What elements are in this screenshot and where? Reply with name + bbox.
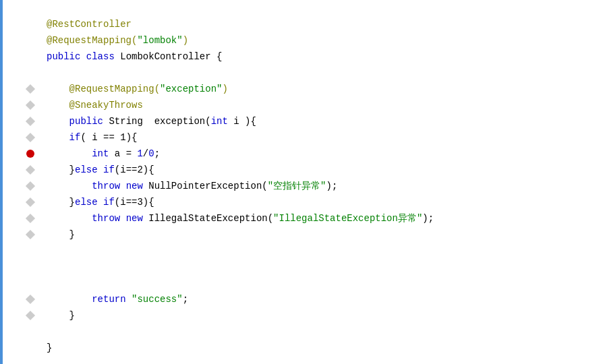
gutter-row-16	[3, 243, 40, 259]
if-condition: ( i == 1){	[80, 129, 137, 146]
gutter-row-18	[3, 275, 40, 291]
code-line-19: return "success";	[47, 291, 607, 307]
keyword-new1: new	[126, 178, 149, 194]
keyword-int: int	[211, 113, 228, 129]
classname-lombok: LombokController {	[120, 49, 222, 65]
keyword-throw1: throw	[92, 178, 125, 194]
string-lombok: "lombok"	[137, 32, 182, 49]
string-illegal-msg: "IllegalStateException异常"	[273, 210, 422, 226]
gutter-row-5	[3, 65, 40, 81]
diamond-icon	[26, 117, 35, 126]
indent-2	[47, 97, 69, 113]
code-line-13: }else if(i==3){	[47, 194, 607, 210]
code-line-8: public String exception(int i ){	[47, 113, 607, 129]
param-i: i ){	[228, 113, 256, 129]
code-line-22: }	[47, 340, 607, 356]
code-line-11: }else if(i==2){	[47, 162, 607, 178]
semicolon-1: ;	[154, 146, 160, 162]
condition-3: (i==3){	[115, 194, 154, 210]
close-brace-class: }	[47, 340, 52, 356]
keyword-else-if2: else	[75, 194, 103, 210]
gutter-row-4	[3, 49, 40, 65]
code-line-20: }	[47, 307, 607, 324]
annotation-close: )	[183, 32, 188, 49]
indent-4	[47, 129, 69, 146]
code-line-9: if( i == 1){	[47, 129, 607, 146]
close-paren-2: );	[422, 210, 434, 226]
gutter-row-14	[3, 210, 40, 226]
annotation-request-mapping: @RequestMapping(	[47, 32, 137, 49]
gutter-row-15	[3, 226, 40, 243]
close-brace-2: }	[69, 194, 75, 210]
keyword-if3: if	[103, 194, 115, 210]
breakpoint-icon	[26, 150, 34, 158]
gutter-row-8	[3, 113, 40, 129]
string-success: "success"	[132, 291, 183, 307]
type-string: String exception(	[109, 113, 210, 129]
indent-6	[47, 162, 69, 178]
code-line-12: throw new NullPointerException("空指针异常");	[47, 178, 607, 194]
exception-null: NullPointerException(	[148, 178, 267, 194]
gutter-row-20	[3, 307, 40, 324]
gutter-row-1	[3, 0, 40, 16]
gutter-row-7	[3, 97, 40, 113]
gutter-row-21	[3, 324, 40, 340]
diamond-icon	[26, 214, 35, 223]
gutter-row-9	[3, 129, 40, 146]
keyword-int-decl: int	[92, 146, 109, 162]
keyword-else-if1: else	[75, 162, 103, 178]
code-line-16	[47, 243, 607, 259]
diamond-icon	[26, 181, 35, 191]
code-line-10: int a = 1/0;	[47, 146, 607, 162]
gutter-row-22	[3, 340, 40, 356]
diamond-icon	[26, 84, 35, 94]
diamond-icon	[26, 100, 35, 110]
indent-7	[47, 178, 92, 194]
code-content: @RestController @RequestMapping("lombok"…	[40, 0, 607, 364]
gutter-row-19	[3, 291, 40, 307]
keyword-if2: if	[103, 162, 115, 178]
indent-12	[47, 307, 69, 324]
code-line-14: throw new IllegalStateException("Illegal…	[47, 210, 607, 226]
gutter-row-2	[3, 16, 40, 32]
condition-2: (i==2){	[115, 162, 154, 178]
keyword-class: class	[86, 49, 120, 65]
var-a: a =	[109, 146, 137, 162]
annotation-rest-controller: @RestController	[47, 16, 132, 32]
semicolon-2: ;	[183, 291, 188, 307]
indent-8	[47, 194, 69, 210]
code-line-1	[47, 0, 607, 16]
diamond-icon	[26, 295, 35, 304]
indent-11	[47, 291, 92, 307]
diamond-icon	[26, 230, 35, 239]
code-line-15: }	[47, 226, 607, 243]
string-exception: "exception"	[160, 81, 222, 97]
close-paren-1: );	[326, 178, 338, 194]
code-editor: @RestController @RequestMapping("lombok"…	[0, 0, 607, 364]
gutter-row-12	[3, 178, 40, 194]
gutter-row-3	[3, 32, 40, 49]
diamond-icon	[26, 133, 35, 142]
indent-3	[47, 113, 69, 129]
gutter-row-17	[3, 259, 40, 275]
string-null-msg: "空指针异常"	[268, 178, 326, 194]
div-op: /	[143, 146, 148, 162]
gutter-row-10	[3, 146, 40, 162]
keyword-throw2: throw	[92, 210, 125, 226]
number-0: 0	[148, 146, 154, 162]
gutter	[3, 0, 40, 364]
code-line-21	[47, 324, 607, 340]
close-brace-3: }	[69, 226, 75, 243]
code-line-17	[47, 259, 607, 275]
gutter-row-6	[3, 81, 40, 97]
keyword-public: public	[47, 49, 86, 65]
annotation-sneaky: @SneakyThrows	[69, 97, 143, 113]
diamond-icon	[26, 311, 35, 320]
indent-5	[47, 146, 92, 162]
indent-10	[47, 226, 69, 243]
indent-1	[47, 81, 69, 97]
keyword-new2: new	[126, 210, 149, 226]
code-line-5	[47, 65, 607, 81]
code-line-3: @RequestMapping("lombok")	[47, 32, 607, 49]
close-brace-1: }	[69, 162, 75, 178]
